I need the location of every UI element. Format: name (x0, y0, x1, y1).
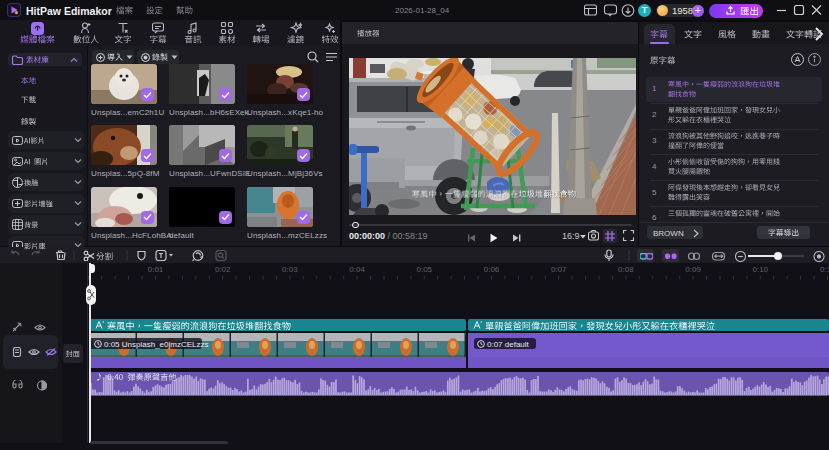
svg-text:0:02: 0:02 (215, 265, 231, 274)
svg-text:0:11: 0:11 (820, 265, 829, 274)
svg-text:0:07: 0:07 (551, 265, 567, 274)
svg-text:0:09: 0:09 (685, 265, 701, 274)
svg-text:0:05: 0:05 (417, 265, 433, 274)
svg-text:0:08: 0:08 (618, 265, 634, 274)
svg-text:0:06: 0:06 (484, 265, 500, 274)
svg-text:0:03: 0:03 (282, 265, 298, 274)
svg-text:0:01: 0:01 (148, 265, 164, 274)
svg-text:0:10: 0:10 (753, 265, 769, 274)
svg-text:0:04: 0:04 (349, 265, 365, 274)
